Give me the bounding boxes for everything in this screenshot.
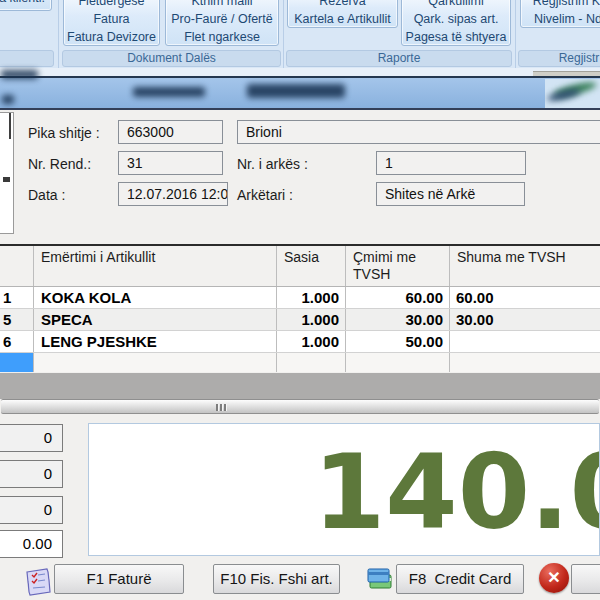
grid-footer-band xyxy=(0,373,600,399)
nr-rend-label: Nr. Rend.: xyxy=(28,156,91,172)
cell-rownum: 1 xyxy=(0,287,34,308)
table-row[interactable]: 5 SPECA 1.000 30.00 30.00 xyxy=(0,309,600,331)
logo-image-blurred xyxy=(545,79,600,108)
arketari-field[interactable]: Shites në Arkë xyxy=(376,182,525,206)
items-table: Emërtimi i Artikullit Sasia Çmimi me TVS… xyxy=(0,246,600,374)
pika-shitje-label: Pika shitje : xyxy=(28,125,100,141)
cell-total: 60.00 xyxy=(450,287,600,308)
table-header-row: Emërtimi i Artikullit Sasia Çmimi me TVS… xyxy=(0,246,600,287)
splitter-grip-icon xyxy=(224,404,226,411)
cell-qty: 1.000 xyxy=(277,331,346,352)
pika-shitje-name-field[interactable]: Brioni xyxy=(237,120,600,144)
cell-qty: 1.000 xyxy=(277,309,346,330)
group-separator xyxy=(515,0,516,68)
table-row[interactable]: 1 KOKA KOLA 1.000 60.00 60.00 xyxy=(0,287,600,309)
group-separator xyxy=(58,0,59,68)
ribbon-item-fatura[interactable]: Fatura xyxy=(64,10,159,28)
cell-price: 50.00 xyxy=(346,331,450,352)
splitter-grip-icon xyxy=(220,404,222,411)
ribbon-item-kartela-artikullit[interactable]: Kartela e Artikullit xyxy=(288,10,397,28)
splitter-grip-icon xyxy=(216,404,218,411)
side-panel-border xyxy=(9,113,11,139)
nr-arkes-label: Nr. i arkës : xyxy=(237,156,308,172)
ribbon-button-klienti[interactable]: ga klienti. xyxy=(0,0,52,11)
col-header-cmimi[interactable]: Çmimi me TVSH xyxy=(346,246,450,286)
amount-field[interactable]: 0.00 xyxy=(0,530,63,558)
ribbon-button-label: ga klienti. xyxy=(0,0,45,7)
selected-cell[interactable] xyxy=(0,353,34,372)
ribbon-toolbar: ga klienti. Fletdërgese Fatura Fatura De… xyxy=(0,0,600,68)
cell-qty xyxy=(277,353,346,372)
counter-field-2[interactable]: 0 xyxy=(0,460,63,488)
ribbon-item-fletdergese[interactable]: Fletdërgese xyxy=(64,0,159,10)
col-header-shuma[interactable]: Shuma me TVSH xyxy=(450,246,600,286)
data-field[interactable]: 12.07.2016 12:02 xyxy=(118,182,228,206)
grand-total-value: 140.00 xyxy=(313,440,600,544)
nr-rend-field[interactable]: 31 xyxy=(118,151,223,175)
cell-qty: 1.000 xyxy=(277,287,346,308)
cell-total xyxy=(450,331,600,352)
invoice-list-icon[interactable] xyxy=(22,567,54,597)
blurred-text xyxy=(247,84,345,98)
group-caption-fragment xyxy=(0,50,54,67)
ribbon-item-fatura-devizore[interactable]: Fatura Devizore xyxy=(64,28,159,46)
ribbon-stack-regjistrime[interactable]: Regjistrim Ko Nivelim - Ndr xyxy=(520,0,600,28)
arketari-label: Arkëtari : xyxy=(237,187,293,203)
col-header-sasia[interactable]: Sasia xyxy=(277,246,346,286)
ribbon-item-kthim-malli[interactable]: Kthim malli xyxy=(166,0,278,10)
cell-total: 30.00 xyxy=(450,309,600,330)
cell-price: 30.00 xyxy=(346,309,450,330)
ribbon-item-rezerva[interactable]: Rezerva xyxy=(288,0,397,10)
group-caption-raporte: Raporte xyxy=(286,50,512,67)
cell-total xyxy=(450,353,600,372)
close-icon[interactable]: ✕ xyxy=(539,563,569,593)
ribbon-item-nivelim[interactable]: Nivelim - Ndr xyxy=(521,10,600,28)
ribbon-stack-kartela[interactable]: Rezerva Kartela e Artikullit xyxy=(287,0,398,28)
cut-off-button[interactable] xyxy=(571,564,600,594)
blurred-text xyxy=(133,87,205,97)
ribbon-item-pagesa-shtyera[interactable]: Pagesa të shtyera xyxy=(402,28,510,46)
cell-article: SPECA xyxy=(34,309,277,330)
side-panel-mark xyxy=(3,177,10,182)
col-header-rownum[interactable] xyxy=(0,246,34,286)
cell-article: KOKA KOLA xyxy=(34,287,277,308)
credit-card-icon[interactable] xyxy=(366,566,393,591)
ribbon-bottom-strip xyxy=(0,68,600,76)
blurred-text xyxy=(2,95,14,104)
ribbon-item-regjistrim[interactable]: Regjistrim Ko xyxy=(521,0,600,10)
cell-article: LENG PJESHKE xyxy=(34,331,277,352)
blurred-text xyxy=(1,70,38,79)
f10-fshi-art-button[interactable]: F10 Fis. Fshi art. xyxy=(213,564,340,594)
ribbon-item-pro-faure[interactable]: Pro-Faurë / Ofertë xyxy=(166,10,278,28)
side-panel-fragment xyxy=(0,112,14,234)
data-label: Data : xyxy=(28,187,65,203)
pika-shitje-code-field[interactable]: 663000 xyxy=(118,120,223,144)
cell-rownum: 5 xyxy=(0,309,34,330)
ribbon-stack-qarkullimi[interactable]: Qarkullimi Qark. sipas art. Pagesa të sh… xyxy=(401,0,511,46)
counter-field-1[interactable]: 0 xyxy=(0,424,63,452)
col-header-emertimi[interactable]: Emërtimi i Artikullit xyxy=(34,246,277,286)
ribbon-item-qarkullimi[interactable]: Qarkullimi xyxy=(402,0,510,10)
nr-arkes-field[interactable]: 1 xyxy=(376,151,526,175)
grand-total-panel: 140.00 xyxy=(88,423,600,556)
pos-window: ga klienti. Fletdërgese Fatura Fatura De… xyxy=(0,0,600,600)
f1-fature-button[interactable]: F1 Faturë xyxy=(54,564,184,594)
table-row-new[interactable] xyxy=(0,353,600,372)
counter-field-3[interactable]: 0 xyxy=(0,496,63,524)
cell-price xyxy=(346,353,450,372)
cell-article xyxy=(34,353,277,372)
ribbon-stack-fatura[interactable]: Fletdërgese Fatura Fatura Devizore xyxy=(63,0,160,46)
group-caption-dokument-dales: Dokument Dalës xyxy=(62,50,281,67)
group-separator xyxy=(283,0,284,68)
ribbon-item-qark-sipas-art[interactable]: Qark. sipas art. xyxy=(402,10,510,28)
horizontal-splitter[interactable] xyxy=(1,399,599,414)
cell-rownum: 6 xyxy=(0,331,34,352)
cell-price: 60.00 xyxy=(346,287,450,308)
f8-credit-card-button[interactable]: F8 Credit Card xyxy=(396,564,524,594)
ribbon-item-flet-ngarkese[interactable]: Flet ngarkese xyxy=(166,28,278,46)
table-row[interactable]: 6 LENG PJESHKE 1.000 50.00 xyxy=(0,331,600,353)
group-caption-regjistr: Regjistr xyxy=(518,50,600,67)
ribbon-stack-oferte[interactable]: Kthim malli Pro-Faurë / Ofertë Flet ngar… xyxy=(165,0,279,46)
